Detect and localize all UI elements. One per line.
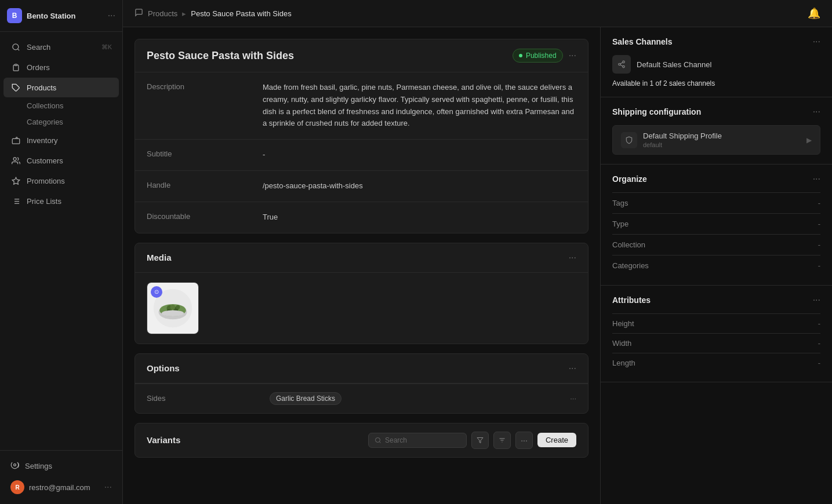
variants-create-button[interactable]: Create: [537, 433, 576, 447]
brand-menu-icon[interactable]: ···: [108, 10, 115, 21]
attr-length-row: Length -: [612, 353, 820, 372]
channel-share-icon: [617, 60, 626, 68]
height-label: Height: [612, 319, 634, 328]
channel-info: Default Sales Channel: [637, 60, 711, 69]
svg-point-6: [13, 157, 16, 160]
product-actions: Published ···: [513, 49, 576, 63]
shipping-chevron-right-icon: ▶: [806, 136, 812, 144]
subtitle-value: -: [263, 149, 576, 161]
channel-available-of: of: [653, 79, 663, 87]
description-value: Made from fresh basil, garlic, pine nuts…: [263, 82, 576, 130]
shipping-icon: [621, 132, 637, 148]
breadcrumb-icon: [135, 8, 143, 19]
sidebar-header: B Bento Station ···: [0, 0, 122, 32]
tags-label: Tags: [612, 199, 628, 207]
products-label: Products: [27, 83, 56, 92]
media-card-header: Media ···: [135, 243, 588, 273]
option-sides-tag: Garlic Bread Sticks: [270, 392, 341, 405]
search-label: Search: [27, 43, 50, 52]
sidebar-nav: Search ⌘K Orders Products Collections Ca…: [0, 32, 122, 450]
shipping-profile-sub: default: [643, 141, 801, 148]
categories-label: Categories: [27, 118, 63, 126]
sort-icon: [499, 437, 506, 444]
status-label: Published: [526, 52, 557, 60]
settings-label: Settings: [25, 462, 52, 470]
product-title: Pesto Sauce Pasta with Sides: [147, 50, 294, 62]
sales-channels-header: Sales Channels ···: [612, 36, 820, 47]
sidebar-sub-collections[interactable]: Collections: [3, 98, 119, 114]
shipping-header: Shipping configuration ···: [612, 107, 820, 117]
sidebar-item-price-lists[interactable]: Price Lists: [3, 191, 119, 211]
collections-label: Collections: [27, 101, 64, 110]
channel-available-post: sales channels: [667, 79, 715, 87]
organize-collection-row: Collection -: [612, 234, 820, 255]
handle-value: /pesto-sauce-pasta-with-sides: [263, 180, 576, 192]
length-label: Length: [612, 359, 635, 367]
collection-label: Collection: [612, 240, 645, 249]
length-value: -: [818, 359, 820, 367]
discountable-row: Discountable True: [135, 202, 588, 233]
description-label: Description: [147, 82, 263, 91]
settings-icon: [10, 461, 19, 471]
svg-point-23: [375, 437, 380, 442]
channel-name: Default Sales Channel: [637, 60, 711, 69]
breadcrumb-products[interactable]: Products: [148, 9, 177, 18]
shipping-card: Shipping configuration ··· Default Shipp…: [601, 97, 832, 165]
status-dot: [519, 54, 522, 57]
variants-controls: ··· Create: [368, 432, 576, 449]
inventory-label: Inventory: [27, 136, 57, 145]
shipping-row[interactable]: Default Shipping Profile default ▶: [612, 125, 820, 155]
svg-point-27: [623, 65, 625, 68]
sidebar-item-user[interactable]: R restro@gmail.com ···: [7, 476, 115, 498]
organize-menu-icon[interactable]: ···: [813, 174, 820, 184]
sales-channels-menu-icon[interactable]: ···: [813, 36, 820, 47]
status-badge: Published: [513, 49, 563, 63]
main: Products ▸ Pesto Sauce Pasta with Sides …: [123, 0, 832, 504]
sidebar-item-settings[interactable]: Settings: [7, 456, 115, 475]
width-label: Width: [612, 339, 631, 348]
sidebar: B Bento Station ··· Search ⌘K Orders Pro…: [0, 0, 123, 504]
media-menu-icon[interactable]: ···: [569, 253, 576, 263]
sidebar-item-search[interactable]: Search ⌘K: [3, 37, 119, 57]
attributes-menu-icon[interactable]: ···: [813, 295, 820, 305]
variants-sort-button[interactable]: [493, 432, 511, 449]
products-icon: [10, 82, 21, 93]
sidebar-item-orders[interactable]: Orders: [3, 57, 119, 77]
svg-point-0: [12, 43, 18, 49]
sidebar-item-products[interactable]: Products: [3, 78, 119, 97]
sidebar-item-promotions[interactable]: Promotions: [3, 171, 119, 191]
media-thumbnail[interactable]: ⊙: [147, 282, 199, 334]
variants-more-button[interactable]: ···: [515, 432, 533, 449]
svg-line-28: [620, 65, 623, 66]
sidebar-item-inventory[interactable]: Inventory: [3, 130, 119, 150]
channel-available-total: 2: [663, 79, 667, 87]
shipping-title: Shipping configuration: [612, 107, 701, 116]
organize-categories-row: Categories -: [612, 255, 820, 276]
product-header-menu-icon[interactable]: ···: [569, 50, 576, 61]
option-row-menu-icon[interactable]: ···: [570, 394, 576, 403]
shipping-menu-icon[interactable]: ···: [813, 107, 820, 117]
topbar: Products ▸ Pesto Sauce Pasta with Sides …: [123, 0, 832, 27]
more-icon: ···: [521, 436, 528, 445]
sidebar-sub-categories[interactable]: Categories: [3, 114, 119, 130]
width-value: -: [818, 339, 820, 348]
description-row: Description Made from fresh basil, garli…: [135, 72, 588, 139]
promotions-icon: [10, 176, 21, 186]
variants-filter-button[interactable]: [471, 432, 489, 449]
breadcrumb: Products ▸ Pesto Sauce Pasta with Sides: [135, 8, 292, 19]
svg-point-25: [623, 61, 625, 63]
organize-tags-row: Tags -: [612, 192, 820, 213]
price-lists-icon: [10, 196, 21, 206]
sidebar-item-customers[interactable]: Customers: [3, 151, 119, 170]
notification-bell-icon[interactable]: 🔔: [808, 7, 820, 20]
brand-avatar: B: [7, 8, 22, 23]
collection-value: -: [818, 240, 820, 249]
user-menu-icon[interactable]: ···: [104, 482, 112, 492]
options-menu-icon[interactable]: ···: [569, 363, 576, 374]
brand[interactable]: B Bento Station: [7, 8, 76, 23]
variants-search-input[interactable]: [385, 436, 460, 444]
variants-search-wrap[interactable]: [368, 433, 467, 448]
height-value: -: [818, 319, 820, 328]
inventory-icon: [10, 135, 21, 145]
content-area: Pesto Sauce Pasta with Sides Published ·…: [123, 27, 832, 504]
